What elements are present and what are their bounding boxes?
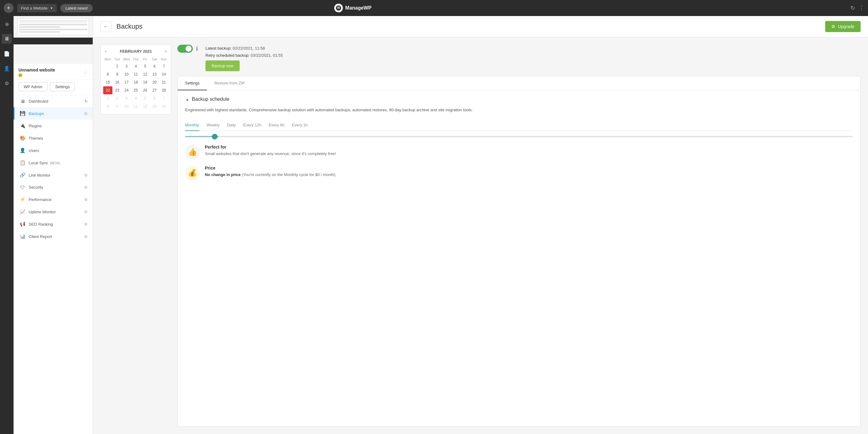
calendar-day[interactable]: 11 [131, 70, 141, 78]
sidebar-item-performance[interactable]: ⚡ Performance ⚙ [13, 193, 93, 206]
calendar-day[interactable]: 19 [141, 78, 150, 86]
gear-icon-uptime[interactable]: ⚙ [84, 210, 88, 214]
calendar-day[interactable]: 8 [103, 70, 113, 78]
calendar-day[interactable]: 25 [131, 86, 141, 94]
sidebar-item-uptime-monitor[interactable]: 📈 Uptime Monitor ⚙ [13, 206, 93, 218]
rail-item-tasks[interactable]: 👤 [2, 63, 12, 74]
client-report-icon: 📊 [20, 234, 26, 239]
sidebar-item-security[interactable]: 🛡 Security ⚙ [13, 181, 93, 193]
settings-button[interactable]: Settings [50, 82, 75, 91]
tab-daily[interactable]: Daily [227, 120, 236, 131]
price-desc: No change in price (You're currently on … [205, 172, 853, 178]
tab-every-6h[interactable]: Every 6h [269, 120, 284, 131]
rail-item-monitor[interactable]: 🖥 [2, 34, 12, 44]
gear-icon-security[interactable]: ⚙ [84, 185, 88, 190]
wp-admin-button[interactable]: WP Admin [19, 82, 48, 91]
add-website-button[interactable]: + [4, 3, 13, 13]
tab-restore-zip[interactable]: Restore from ZIP [207, 77, 252, 90]
chevron-down-icon: ▼ [50, 6, 53, 10]
calendar-day[interactable]: 5 [141, 94, 150, 102]
latest-news-button[interactable]: Latest news! [60, 4, 93, 12]
sidebar-item-seo-ranking[interactable]: 📢 SEO Ranking ⚙ [13, 218, 93, 230]
calendar-day[interactable]: 24 [122, 86, 131, 94]
gear-icon-seo[interactable]: ⚙ [84, 222, 88, 227]
sidebar-item-backups[interactable]: 💾 Backups ⚙ [13, 107, 93, 120]
sidebar-item-link-monitor[interactable]: 🔗 Link Monitor ⚙ [13, 169, 93, 181]
calendar-day[interactable]: 27 [150, 86, 159, 94]
backup-toggle[interactable] [178, 45, 193, 53]
calendar-day[interactable]: 9 [113, 70, 122, 78]
icon-rail: ⊕ 🖥 📄 👤 ⚙ [0, 16, 13, 434]
calendar-day[interactable]: 6 [150, 62, 159, 70]
calendar-days-header: Mon Tue Wed Thu Fri Sat Sun [103, 57, 168, 62]
calendar-day[interactable]: 5 [141, 62, 150, 70]
calendar-next-button[interactable]: › [165, 49, 167, 54]
calendar-day[interactable]: 14 [159, 70, 168, 78]
gear-icon-client[interactable]: ⚙ [84, 234, 88, 239]
calendar-day[interactable]: 17 [122, 78, 131, 86]
content-header: ← Backups ⚙ Upgrade [93, 16, 868, 37]
uptime-icon: 📈 [20, 209, 26, 214]
calendar-day[interactable] [103, 62, 113, 70]
calendar-day[interactable]: 1 [103, 94, 113, 102]
tab-weekly[interactable]: Weekly [207, 120, 220, 131]
calendar-day[interactable]: 14 [159, 102, 168, 110]
calendar-day[interactable]: 23 [113, 86, 122, 94]
calendar-day[interactable]: 21 [159, 78, 168, 86]
sidebar-item-local-sync[interactable]: 📋 Local Sync (BETA) [13, 156, 93, 169]
tab-monthly[interactable]: Monthly [185, 120, 199, 131]
calendar-prev-button[interactable]: ‹ [105, 49, 106, 54]
tab-every-1h[interactable]: Every 1h [292, 120, 308, 131]
refresh-button[interactable]: ↻ [850, 5, 855, 11]
tab-settings[interactable]: Settings [178, 77, 207, 90]
gear-icon-link[interactable]: ⚙ [84, 173, 88, 177]
calendar-day[interactable]: 20 [150, 78, 159, 86]
calendar-day[interactable]: 2 [113, 62, 122, 70]
calendar-day[interactable]: 18 [131, 78, 141, 86]
calendar-day[interactable]: 13 [150, 102, 159, 110]
calendar-day[interactable]: 7 [159, 62, 168, 70]
calendar-day[interactable]: 10 [122, 102, 131, 110]
schedule-header[interactable]: ▲ Backup schedule [185, 96, 853, 102]
calendar-day[interactable]: 6 [150, 94, 159, 102]
sidebar-item-client-report[interactable]: 📊 Client Report ⚙ [13, 230, 93, 242]
sidebar-item-plugins[interactable]: 🔌 Plugins [13, 120, 93, 132]
slider-track [185, 136, 853, 137]
back-button[interactable]: ← [100, 21, 112, 32]
upgrade-button[interactable]: ⚙ Upgrade [825, 21, 861, 32]
calendar-day[interactable]: 16 [113, 78, 122, 86]
backup-now-button[interactable]: Backup now [206, 60, 240, 71]
rail-item-settings[interactable]: ⚙ [2, 78, 12, 88]
favorite-button[interactable]: ☆ [84, 69, 88, 75]
calendar-day[interactable]: 12 [141, 102, 150, 110]
calendar-day[interactable]: 2 [113, 94, 122, 102]
calendar-day[interactable]: 28 [159, 86, 168, 94]
calendar-day[interactable]: 4 [131, 62, 141, 70]
info-icon[interactable]: ℹ [196, 45, 198, 52]
calendar-day[interactable]: 12 [141, 70, 150, 78]
gear-icon[interactable]: ⚙ [84, 111, 88, 116]
calendar-day[interactable]: 4 [131, 94, 141, 102]
calendar-day[interactable]: 26 [141, 86, 150, 94]
sidebar-item-themes[interactable]: 🎨 Themes [13, 132, 93, 144]
calendar-day[interactable]: 3 [122, 62, 131, 70]
calendar-day[interactable]: 11 [131, 102, 141, 110]
calendar-day[interactable]: 7 [159, 94, 168, 102]
sidebar-item-users[interactable]: 👤 Users [13, 144, 93, 156]
calendar-day[interactable]: 3 [122, 94, 131, 102]
tab-every-12h[interactable]: Every 12h [243, 120, 261, 131]
find-website-dropdown[interactable]: Find a Website ▼ [17, 4, 57, 12]
calendar-day[interactable]: 8 [103, 102, 113, 110]
calendar-day-today[interactable]: 22 [103, 86, 113, 94]
more-options-button[interactable]: ⋮ [859, 5, 864, 11]
calendar-day[interactable]: 15 [103, 78, 113, 86]
slider-thumb[interactable] [212, 134, 217, 139]
rail-item-reports[interactable]: 📄 [2, 49, 12, 59]
rail-item-overview[interactable]: ⊕ [2, 19, 12, 29]
gear-icon-performance[interactable]: ⚙ [84, 197, 88, 202]
feature-price-content: Price No change in price (You're current… [205, 166, 853, 178]
calendar-day[interactable]: 9 [113, 102, 122, 110]
sidebar-item-dashboard[interactable]: 🖥 Dashboard ↻ [13, 95, 93, 107]
calendar-day[interactable]: 10 [122, 70, 131, 78]
calendar-day[interactable]: 13 [150, 70, 159, 78]
